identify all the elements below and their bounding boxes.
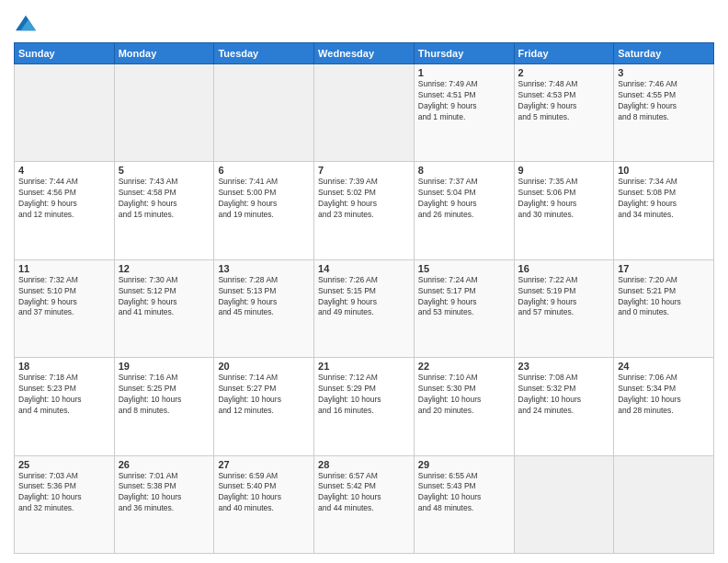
calendar-page: SundayMondayTuesdayWednesdayThursdayFrid… <box>0 0 728 563</box>
calendar-cell: 22Sunrise: 7:10 AM Sunset: 5:30 PM Dayli… <box>414 358 514 455</box>
day-info: Sunrise: 7:16 AM Sunset: 5:25 PM Dayligh… <box>119 373 210 417</box>
calendar-cell: 19Sunrise: 7:16 AM Sunset: 5:25 PM Dayli… <box>114 358 214 455</box>
calendar-day-header: Tuesday <box>214 43 314 64</box>
day-number: 29 <box>418 459 510 470</box>
day-number: 17 <box>618 263 710 274</box>
day-info: Sunrise: 7:01 AM Sunset: 5:38 PM Dayligh… <box>119 471 210 515</box>
day-info: Sunrise: 7:48 AM Sunset: 4:53 PM Dayligh… <box>518 79 610 123</box>
calendar-header-row: SundayMondayTuesdayWednesdayThursdayFrid… <box>15 43 714 64</box>
day-info: Sunrise: 7:49 AM Sunset: 4:51 PM Dayligh… <box>418 79 510 123</box>
day-info: Sunrise: 7:24 AM Sunset: 5:17 PM Dayligh… <box>418 275 510 319</box>
calendar-day-header: Monday <box>114 43 214 64</box>
day-info: Sunrise: 7:32 AM Sunset: 5:10 PM Dayligh… <box>18 275 110 319</box>
day-info: Sunrise: 7:08 AM Sunset: 5:32 PM Dayligh… <box>518 373 610 417</box>
day-number: 7 <box>318 165 410 176</box>
page-header <box>14 9 714 37</box>
calendar-day-header: Friday <box>514 43 614 64</box>
day-info: Sunrise: 7:44 AM Sunset: 4:56 PM Dayligh… <box>18 177 110 221</box>
day-info: Sunrise: 6:57 AM Sunset: 5:42 PM Dayligh… <box>318 471 410 515</box>
day-info: Sunrise: 6:55 AM Sunset: 5:43 PM Dayligh… <box>418 471 510 515</box>
calendar-cell <box>514 455 614 553</box>
calendar-week-row: 4Sunrise: 7:44 AM Sunset: 4:56 PM Daylig… <box>15 162 714 259</box>
calendar-cell <box>114 64 214 162</box>
calendar-cell: 2Sunrise: 7:48 AM Sunset: 4:53 PM Daylig… <box>514 64 614 162</box>
day-info: Sunrise: 6:59 AM Sunset: 5:40 PM Dayligh… <box>218 471 310 515</box>
day-info: Sunrise: 7:37 AM Sunset: 5:04 PM Dayligh… <box>418 177 510 221</box>
calendar-cell: 1Sunrise: 7:49 AM Sunset: 4:51 PM Daylig… <box>414 64 514 162</box>
calendar-cell <box>214 64 314 162</box>
day-number: 6 <box>218 165 310 176</box>
day-number: 9 <box>518 165 610 176</box>
calendar-day-header: Thursday <box>414 43 514 64</box>
day-number: 3 <box>618 67 710 78</box>
calendar-day-header: Saturday <box>614 43 714 64</box>
calendar-cell: 27Sunrise: 6:59 AM Sunset: 5:40 PM Dayli… <box>214 455 314 553</box>
day-number: 23 <box>518 361 610 372</box>
calendar-cell: 4Sunrise: 7:44 AM Sunset: 4:56 PM Daylig… <box>15 162 115 259</box>
calendar-day-header: Sunday <box>15 43 115 64</box>
day-number: 13 <box>218 263 310 274</box>
calendar-cell: 17Sunrise: 7:20 AM Sunset: 5:21 PM Dayli… <box>614 259 714 357</box>
day-info: Sunrise: 7:22 AM Sunset: 5:19 PM Dayligh… <box>518 275 610 319</box>
day-number: 22 <box>418 361 510 372</box>
logo <box>14 13 36 37</box>
day-info: Sunrise: 7:06 AM Sunset: 5:34 PM Dayligh… <box>618 373 710 417</box>
calendar-cell <box>15 64 115 162</box>
calendar-cell <box>314 64 415 162</box>
calendar-cell: 20Sunrise: 7:14 AM Sunset: 5:27 PM Dayli… <box>214 358 314 455</box>
day-number: 21 <box>318 361 410 372</box>
day-info: Sunrise: 7:12 AM Sunset: 5:29 PM Dayligh… <box>318 373 410 417</box>
calendar-cell: 16Sunrise: 7:22 AM Sunset: 5:19 PM Dayli… <box>514 259 614 357</box>
day-info: Sunrise: 7:28 AM Sunset: 5:13 PM Dayligh… <box>218 275 310 319</box>
day-number: 20 <box>218 361 310 372</box>
day-info: Sunrise: 7:34 AM Sunset: 5:08 PM Dayligh… <box>618 177 710 221</box>
calendar-cell: 29Sunrise: 6:55 AM Sunset: 5:43 PM Dayli… <box>414 455 514 553</box>
calendar-cell: 14Sunrise: 7:26 AM Sunset: 5:15 PM Dayli… <box>314 259 415 357</box>
calendar-week-row: 18Sunrise: 7:18 AM Sunset: 5:23 PM Dayli… <box>15 358 714 455</box>
calendar-table: SundayMondayTuesdayWednesdayThursdayFrid… <box>14 42 714 554</box>
day-info: Sunrise: 7:30 AM Sunset: 5:12 PM Dayligh… <box>119 275 210 319</box>
calendar-cell: 25Sunrise: 7:03 AM Sunset: 5:36 PM Dayli… <box>15 455 115 553</box>
calendar-day-header: Wednesday <box>314 43 415 64</box>
day-number: 5 <box>119 165 210 176</box>
day-number: 11 <box>18 263 110 274</box>
day-number: 8 <box>418 165 510 176</box>
day-info: Sunrise: 7:46 AM Sunset: 4:55 PM Dayligh… <box>618 79 710 123</box>
day-number: 19 <box>119 361 210 372</box>
calendar-cell: 9Sunrise: 7:35 AM Sunset: 5:06 PM Daylig… <box>514 162 614 259</box>
calendar-cell: 18Sunrise: 7:18 AM Sunset: 5:23 PM Dayli… <box>15 358 115 455</box>
calendar-week-row: 1Sunrise: 7:49 AM Sunset: 4:51 PM Daylig… <box>15 64 714 162</box>
day-info: Sunrise: 7:18 AM Sunset: 5:23 PM Dayligh… <box>18 373 110 417</box>
calendar-cell: 7Sunrise: 7:39 AM Sunset: 5:02 PM Daylig… <box>314 162 415 259</box>
calendar-cell: 15Sunrise: 7:24 AM Sunset: 5:17 PM Dayli… <box>414 259 514 357</box>
day-number: 26 <box>119 459 210 470</box>
day-number: 2 <box>518 67 610 78</box>
calendar-cell: 11Sunrise: 7:32 AM Sunset: 5:10 PM Dayli… <box>15 259 115 357</box>
day-number: 16 <box>518 263 610 274</box>
calendar-cell: 5Sunrise: 7:43 AM Sunset: 4:58 PM Daylig… <box>114 162 214 259</box>
day-info: Sunrise: 7:03 AM Sunset: 5:36 PM Dayligh… <box>18 471 110 515</box>
calendar-cell <box>614 455 714 553</box>
day-info: Sunrise: 7:20 AM Sunset: 5:21 PM Dayligh… <box>618 275 710 319</box>
day-number: 25 <box>18 459 110 470</box>
day-info: Sunrise: 7:35 AM Sunset: 5:06 PM Dayligh… <box>518 177 610 221</box>
day-info: Sunrise: 7:43 AM Sunset: 4:58 PM Dayligh… <box>119 177 210 221</box>
calendar-cell: 3Sunrise: 7:46 AM Sunset: 4:55 PM Daylig… <box>614 64 714 162</box>
day-number: 27 <box>218 459 310 470</box>
calendar-cell: 28Sunrise: 6:57 AM Sunset: 5:42 PM Dayli… <box>314 455 415 553</box>
day-info: Sunrise: 7:41 AM Sunset: 5:00 PM Dayligh… <box>218 177 310 221</box>
day-info: Sunrise: 7:26 AM Sunset: 5:15 PM Dayligh… <box>318 275 410 319</box>
day-number: 12 <box>119 263 210 274</box>
day-number: 15 <box>418 263 510 274</box>
calendar-cell: 10Sunrise: 7:34 AM Sunset: 5:08 PM Dayli… <box>614 162 714 259</box>
day-number: 18 <box>18 361 110 372</box>
calendar-cell: 26Sunrise: 7:01 AM Sunset: 5:38 PM Dayli… <box>114 455 214 553</box>
calendar-cell: 8Sunrise: 7:37 AM Sunset: 5:04 PM Daylig… <box>414 162 514 259</box>
day-info: Sunrise: 7:10 AM Sunset: 5:30 PM Dayligh… <box>418 373 510 417</box>
calendar-cell: 23Sunrise: 7:08 AM Sunset: 5:32 PM Dayli… <box>514 358 614 455</box>
calendar-week-row: 11Sunrise: 7:32 AM Sunset: 5:10 PM Dayli… <box>15 259 714 357</box>
logo-icon <box>16 13 36 33</box>
calendar-cell: 6Sunrise: 7:41 AM Sunset: 5:00 PM Daylig… <box>214 162 314 259</box>
day-number: 10 <box>618 165 710 176</box>
calendar-cell: 21Sunrise: 7:12 AM Sunset: 5:29 PM Dayli… <box>314 358 415 455</box>
